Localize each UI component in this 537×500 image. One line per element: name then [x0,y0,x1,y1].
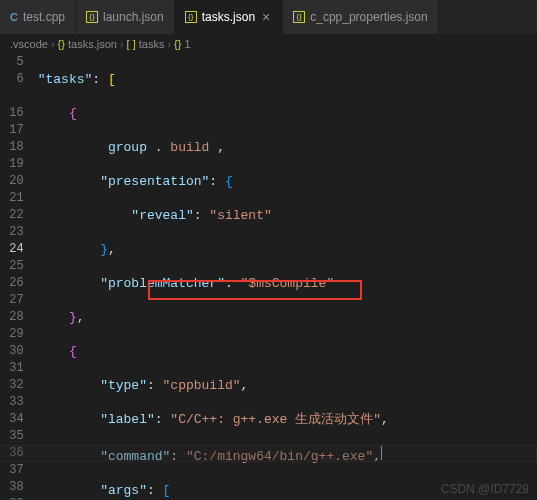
json-key: "type" [100,378,147,393]
tab-label: test.cpp [23,10,65,24]
tab-label: c_cpp_properties.json [310,10,427,24]
bc-path: 1 [184,38,190,50]
json-key: "tasks" [38,72,93,87]
json-key: "args" [100,483,147,498]
json-string: "$msCompile" [241,276,335,291]
tab-tasks-json[interactable]: {} tasks.json × [175,0,284,34]
json-key: "problemMatcher" [100,276,225,291]
bc-path: tasks [139,38,165,50]
json-key: "command" [100,449,170,464]
json-string: "C/C++: g++.exe 生成活动文件" [170,412,381,427]
tab-label: tasks.json [202,10,255,24]
json-key: "label" [100,412,155,427]
tab-test-cpp[interactable]: test.cpp [0,0,76,34]
tab-label: launch.json [103,10,164,24]
json-icon: {} [86,11,98,23]
code-editor[interactable]: 56 1617181920212223242526272829303132333… [0,53,537,500]
json-icon: {} [293,11,305,23]
editor-tabs: test.cpp {} launch.json {} tasks.json × … [0,0,537,35]
close-icon[interactable]: × [260,9,272,25]
object-icon: {} [174,38,181,50]
breadcrumb[interactable]: .vscode › {} tasks.json › [ ] tasks › {}… [0,35,537,53]
json-icon: {} [185,11,197,23]
json-icon: {} [58,38,65,50]
tab-launch-json[interactable]: {} launch.json [76,0,175,34]
code-area[interactable]: "tasks": [ { group . build , "presentati… [38,53,537,500]
cpp-icon [10,10,18,24]
bc-folder: .vscode [10,38,48,50]
line-gutter: 56 1617181920212223242526272829303132333… [0,53,38,500]
chevron-right-icon: › [120,38,124,50]
chevron-right-icon: › [167,38,171,50]
watermark: CSDN @ID7729 [441,482,529,496]
text-cursor [381,445,382,460]
json-key: "reveal" [131,208,193,223]
array-icon: [ ] [127,38,136,50]
bc-file: tasks.json [68,38,117,50]
tab-ccpp-properties[interactable]: {} c_cpp_properties.json [283,0,438,34]
json-string: "C:/mingw64/bin/g++.exe" [186,449,373,464]
chevron-right-icon: › [51,38,55,50]
json-key: "presentation" [100,174,209,189]
json-string: "silent" [209,208,271,223]
json-string: "cppbuild" [163,378,241,393]
